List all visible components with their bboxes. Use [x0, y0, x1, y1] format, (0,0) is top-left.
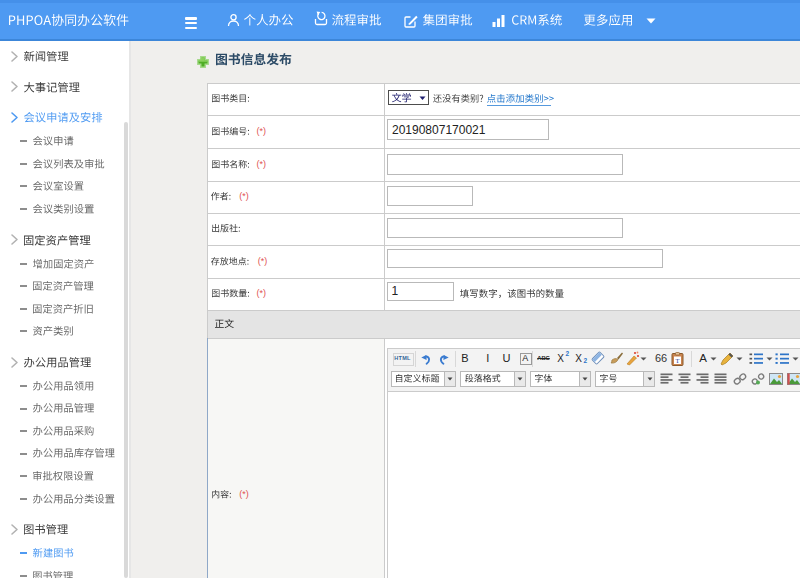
svg-text:T: T: [676, 356, 680, 363]
